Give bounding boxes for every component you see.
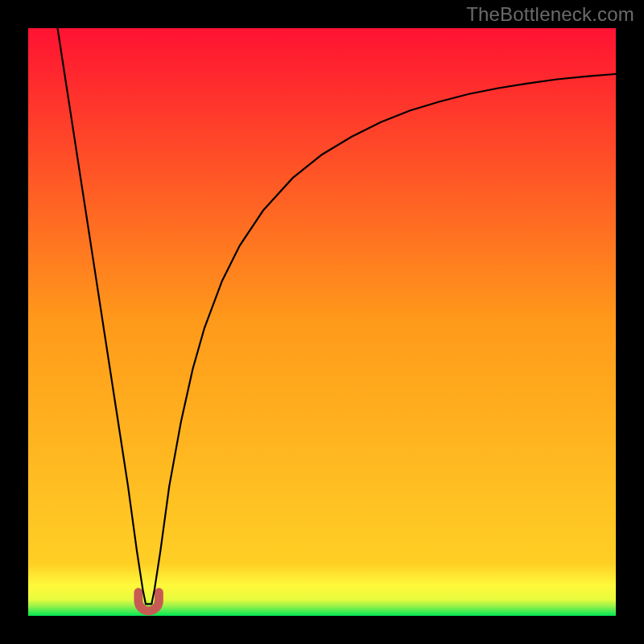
chart-frame: TheBottleneck.com — [0, 0, 644, 644]
watermark-text: TheBottleneck.com — [466, 3, 634, 26]
gradient-background — [28, 28, 616, 616]
bottleneck-chart — [28, 28, 616, 616]
